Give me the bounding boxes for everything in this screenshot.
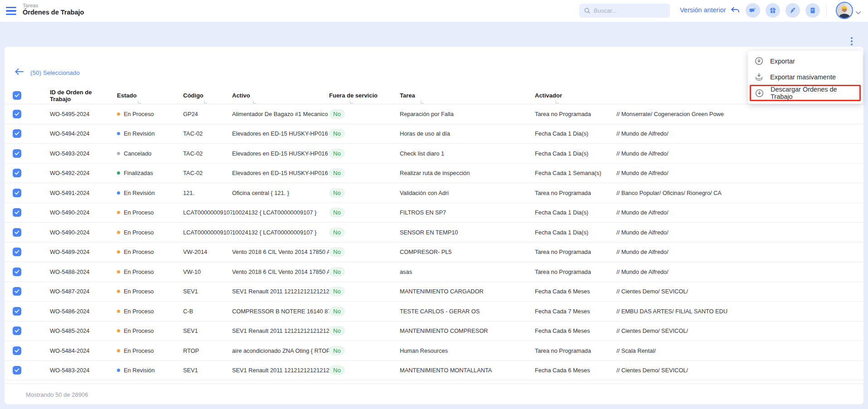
table-row[interactable]: WO-5490-2024 En Proceso LCAT00000009107 …	[5, 223, 863, 243]
menu-item-descargar-ordenes[interactable]: Descargar Órdenes de Trabajo	[750, 85, 861, 101]
status-dot	[117, 152, 120, 155]
table-row[interactable]: WO-5484-2024 En Proceso RTOP aire acondi…	[5, 341, 863, 361]
table-row[interactable]: WO-5491-2024 En Revisión 121. Oficina ce…	[5, 183, 863, 203]
status-cell: En Proceso	[117, 308, 183, 315]
work-order-id: WO-5492-2024	[50, 170, 117, 176]
table-row[interactable]: WO-5490-2024 En Proceso LCAT00000009107 …	[5, 203, 863, 223]
out-of-service-badge: No	[329, 208, 345, 217]
status-dot	[117, 270, 120, 273]
status-dot	[117, 112, 120, 116]
status-dot	[117, 132, 120, 135]
code-cell: VW-2014	[183, 248, 232, 255]
column-header[interactable]: ID de Orden de Trabajo	[50, 87, 117, 104]
more-options-button[interactable]	[847, 35, 856, 47]
rocket-icon	[789, 6, 797, 15]
row-checkbox[interactable]	[13, 189, 21, 197]
location-cell: // Scala Rental/	[616, 347, 863, 354]
chat-sparkle-button[interactable]	[746, 3, 760, 18]
row-checkbox[interactable]	[13, 149, 21, 158]
column-header[interactable]: Fuera de servicio	[329, 87, 400, 104]
search-box[interactable]	[579, 4, 670, 18]
task-cell: MANTENIMIENTO CARGADOR	[400, 288, 535, 295]
selected-count[interactable]: (50) Seleccionado	[30, 69, 80, 76]
search-icon	[584, 7, 591, 14]
back-arrow-icon[interactable]	[14, 68, 24, 78]
search-input[interactable]	[594, 7, 662, 14]
previous-version-link[interactable]: Versión anterior	[680, 6, 740, 14]
table-row[interactable]: WO-5494-2024 En Revisión TAC-02 Elevador…	[5, 124, 863, 144]
table-row[interactable]: WO-5485-2024 En Proceso SEV1 SEV1 Renaul…	[5, 321, 863, 341]
column-header[interactable]: Activador	[535, 87, 616, 104]
column-header[interactable]: Activo	[232, 87, 329, 104]
out-of-service-badge: No	[329, 168, 345, 178]
column-header[interactable]: Estado	[117, 87, 183, 104]
row-checkbox[interactable]	[13, 169, 21, 177]
location-cell: // Mundo de Alfredo/	[616, 130, 863, 137]
menu-item-exportar-masivamente[interactable]: Exportar masivamente	[748, 69, 863, 85]
select-all-checkbox[interactable]	[13, 91, 21, 100]
status-dot	[117, 231, 120, 234]
table-row[interactable]: WO-5492-2024 Finalizadas TAC-02 Elevador…	[5, 164, 863, 184]
out-of-service-badge: No	[329, 228, 345, 237]
row-checkbox[interactable]	[13, 129, 21, 138]
menu-item-exportar[interactable]: Exportar	[748, 53, 863, 69]
page-title: Órdenes de Trabajo	[23, 9, 84, 16]
avatar[interactable]	[835, 1, 853, 19]
status-label: En Proceso	[124, 229, 154, 236]
row-checkbox[interactable]	[13, 110, 21, 118]
out-of-service-cell: No	[329, 228, 400, 237]
quick-actions	[746, 3, 820, 18]
code-cell: LCAT00000009107	[183, 209, 232, 216]
table-row[interactable]: WO-5483-2024 En Revisión SEV1 SEV1 Renau…	[5, 361, 863, 381]
task-cell: Realizar ruta de inspección	[400, 170, 535, 176]
trigger-cell: Fecha Cada 1 Dia(s)	[535, 150, 616, 157]
row-checkbox[interactable]	[13, 228, 21, 237]
work-order-id: WO-5494-2024	[50, 130, 117, 137]
asset-cell: SEV1 Renault 2011 12121212121212 { SEV..…	[232, 288, 329, 295]
status-dot	[117, 191, 120, 195]
table-row[interactable]: WO-5488-2024 En Proceso VW-10 Vento 2018…	[5, 262, 863, 282]
asset-cell: SEV1 Renault 2011 12121212121212 { SEV..…	[232, 327, 329, 334]
gift-button[interactable]	[766, 3, 780, 18]
row-checkbox-cell	[5, 228, 50, 237]
task-cell: FILTROS EN SP7	[400, 209, 535, 216]
asset-cell: Oficina central { 121. }	[232, 190, 329, 196]
status-dot	[117, 250, 120, 253]
row-checkbox[interactable]	[13, 366, 21, 375]
task-cell: Human Resources	[400, 347, 535, 354]
table-row[interactable]: WO-5489-2024 En Proceso VW-2014 Vento 20…	[5, 243, 863, 263]
work-order-id: WO-5491-2024	[50, 190, 117, 196]
status-dot	[117, 349, 120, 352]
table-row[interactable]: WO-5486-2024 En Proceso C-B COMPRESSOR B…	[5, 302, 863, 321]
row-checkbox[interactable]	[13, 248, 21, 256]
table-row[interactable]: WO-5493-2024 Cancelado TAC-02 Elevadores…	[5, 144, 863, 164]
hamburger-menu-icon[interactable]	[6, 6, 16, 16]
status-label: En Proceso	[124, 268, 154, 275]
status-cell: Finalizadas	[117, 170, 183, 176]
out-of-service-badge: No	[329, 129, 345, 138]
location-cell: // Mundo de Alfredo/	[616, 248, 863, 255]
row-checkbox-cell	[5, 189, 50, 197]
out-of-service-cell: No	[329, 365, 400, 375]
column-header[interactable]: Código	[183, 87, 232, 104]
chevron-down-icon[interactable]	[856, 8, 861, 16]
table-row[interactable]: WO-5495-2024 En Proceso GP24 Alimentador…	[5, 104, 863, 124]
work-order-id: WO-5490-2024	[50, 209, 117, 216]
row-checkbox[interactable]	[13, 326, 21, 335]
row-checkbox[interactable]	[13, 307, 21, 316]
row-checkbox[interactable]	[13, 346, 21, 355]
task-cell: SENSOR EN TEMP10	[400, 229, 535, 236]
table-row[interactable]: WO-5487-2024 En Proceso SEV1 SEV1 Renaul…	[5, 282, 863, 302]
asset-cell: aire acondicionado ZNA Oting { RTOP }	[232, 347, 329, 354]
out-of-service-badge: No	[329, 267, 345, 277]
column-header[interactable]: Tarea	[400, 87, 535, 104]
row-checkbox-cell	[5, 169, 50, 177]
docs-button[interactable]	[805, 3, 820, 18]
rocket-button[interactable]	[786, 3, 800, 18]
trigger-cell: Fecha Cada 7 Meses	[535, 308, 616, 315]
code-cell: TAC-02	[183, 130, 232, 137]
row-checkbox[interactable]	[13, 268, 21, 276]
row-checkbox[interactable]	[13, 208, 21, 217]
download-circle-icon	[754, 56, 764, 66]
row-checkbox[interactable]	[13, 287, 21, 296]
